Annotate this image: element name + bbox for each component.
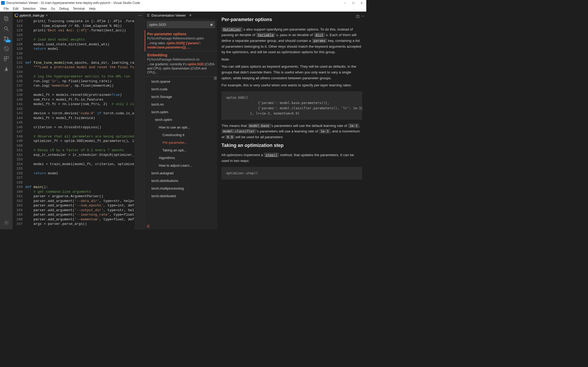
toc-item[interactable]: How to adjust Learn... xyxy=(145,162,217,169)
svg-rect-0 xyxy=(4,17,7,20)
code-09: 0.9 xyxy=(225,135,235,139)
menu-edit[interactable]: Edit xyxy=(11,6,21,11)
close-icon[interactable]: ✕ xyxy=(46,14,48,17)
svg-line-3 xyxy=(7,29,9,31)
source-control-icon[interactable]: 429 xyxy=(0,34,13,44)
toc-item[interactable]: torch.optim xyxy=(145,116,217,123)
menu-go[interactable]: Go xyxy=(49,6,57,11)
code-1e-3: 1e-3 xyxy=(319,129,330,133)
toc-item[interactable]: How to use an opti... xyxy=(145,123,217,131)
toc-item[interactable]: Algorithms xyxy=(145,154,217,162)
menu-bar: FileEditSelectionViewGoDebugTerminalHelp xyxy=(0,6,366,12)
minimap[interactable] xyxy=(134,19,144,229)
code-block: optim.SGD([ {'params': model.base.parame… xyxy=(221,91,362,120)
doc-heading: Per-parameter options xyxy=(221,16,362,23)
hamburger-icon[interactable]: ☰ xyxy=(147,13,150,17)
code-model-base: model.base xyxy=(248,123,271,128)
code-1e-2: 1e-2 xyxy=(348,123,359,128)
activity-bar: 429 xyxy=(0,12,13,229)
code-variable[interactable]: Variable xyxy=(256,33,275,37)
toc-item[interactable]: torch.multiprocessing xyxy=(145,185,217,192)
code-content: print( Training complete in {:.0f}m {:.0… xyxy=(25,19,134,229)
more-icon[interactable]: ⋯ xyxy=(361,13,365,19)
toc-item[interactable]: torch.autograd xyxy=(145,169,217,177)
close-icon[interactable]: ✕ xyxy=(189,13,192,17)
window-title: Documentation Viewer - 01.train-hyperpar… xyxy=(6,1,341,5)
menu-selection[interactable]: Selection xyxy=(21,6,38,11)
tab-label: pytorch_train.py xyxy=(20,13,44,17)
search-result[interactable]: Per-parameter optionsPyTorch/Package Ref… xyxy=(145,30,217,51)
svg-rect-1 xyxy=(5,17,8,21)
editor-tabs: pytorch_train.py ✕ ⋯ xyxy=(13,12,144,19)
search-icon[interactable] xyxy=(0,24,13,34)
scroll-indicator xyxy=(214,77,217,80)
svg-line-8 xyxy=(4,47,8,51)
explorer-icon[interactable] xyxy=(0,14,13,24)
code-params: params xyxy=(312,38,327,43)
toc-item[interactable]: torch.sparse xyxy=(145,78,217,85)
minimize-button[interactable]: ─ xyxy=(341,0,348,6)
svg-rect-11 xyxy=(4,59,6,61)
toc-item[interactable]: torch.Storage xyxy=(145,93,217,101)
toc-item[interactable]: Taking an opti... xyxy=(145,146,217,154)
toc-item[interactable]: torch.cuda xyxy=(145,85,217,93)
line-numbers: 1231241251261271281291301311321331341351… xyxy=(13,19,25,229)
search-value: optim.SGD xyxy=(149,23,166,27)
extensions-icon[interactable] xyxy=(0,54,13,64)
toc-item[interactable]: torch.distributed xyxy=(145,192,217,200)
code-editor[interactable]: 1231241251261271281291301311321331341351… xyxy=(13,19,144,229)
svg-rect-9 xyxy=(4,57,6,58)
title-bar: Documentation Viewer - 01.train-hyperpar… xyxy=(0,0,366,6)
svg-rect-10 xyxy=(7,57,8,58)
doc-search-input[interactable]: optim.SGD xyxy=(147,21,215,28)
toc-item[interactable]: torch.distributions xyxy=(145,177,217,185)
svg-point-12 xyxy=(6,222,7,224)
settings-icon[interactable] xyxy=(0,218,13,228)
doc-panel-title: Documentation Viewer xyxy=(151,13,186,17)
hamburger-icon[interactable]: ☰ xyxy=(145,223,217,229)
menu-terminal[interactable]: Terminal xyxy=(71,6,87,11)
menu-help[interactable]: Help xyxy=(87,6,98,11)
python-file-icon xyxy=(15,13,18,17)
vscode-icon xyxy=(1,1,5,5)
dirty-indicator-icon xyxy=(210,24,213,26)
svg-point-6 xyxy=(7,38,8,39)
azure-icon[interactable] xyxy=(0,64,13,74)
split-editor-icon[interactable]: ◫ xyxy=(356,13,359,19)
code-dict[interactable]: dict xyxy=(314,33,325,37)
search-result[interactable]: EmbeddingPyTorch/Package Reference/torch… xyxy=(145,51,217,77)
toc-item[interactable]: torch.optim xyxy=(145,108,217,116)
code-optimizer[interactable]: Optimizer xyxy=(221,27,243,32)
doc-content[interactable]: ◫ ⋯ Per-parameter options Optimizer s al… xyxy=(217,12,366,229)
toc-item[interactable]: Constructing it xyxy=(145,131,217,139)
svg-point-2 xyxy=(4,27,7,30)
note-label: Note xyxy=(221,57,362,62)
doc-sidebar: ☰ Documentation Viewer ✕ optim.SGD Per-p… xyxy=(145,12,217,229)
toc-item[interactable]: Per-parameter... xyxy=(145,139,217,146)
source-control-badge: 429 xyxy=(5,39,11,43)
doc-toc[interactable]: torch.sparsetorch.cudatorch.Storagetorch… xyxy=(145,77,217,223)
svg-point-4 xyxy=(4,37,6,38)
menu-file[interactable]: File xyxy=(2,6,11,11)
code-step[interactable]: step() xyxy=(264,153,279,157)
doc-paragraph: You can still pass options as keyword ar… xyxy=(221,64,362,81)
tab-pytorch-train[interactable]: pytorch_train.py ✕ xyxy=(13,12,50,19)
doc-paragraph: Optimizer s also support specifying per-… xyxy=(221,27,362,55)
menu-view[interactable]: View xyxy=(38,6,49,11)
doc-paragraph: This means that model.base's parameters … xyxy=(221,123,362,140)
doc-heading: Taking an optimization step xyxy=(221,142,362,149)
doc-paragraph: For example, this is very useful when on… xyxy=(221,82,362,88)
code-block: optimizer.step() xyxy=(221,167,362,180)
doc-titlebar: ☰ Documentation Viewer ✕ xyxy=(145,12,217,19)
editor-more-icon[interactable]: ⋯ xyxy=(136,13,144,18)
toc-item[interactable]: torch.nn xyxy=(145,101,217,108)
code-model-classifier: model.classifier xyxy=(221,129,256,133)
debug-icon[interactable] xyxy=(0,44,13,54)
close-button[interactable]: ✕ xyxy=(358,0,365,6)
menu-debug[interactable]: Debug xyxy=(57,6,71,11)
window-controls: ─ ☐ ✕ xyxy=(341,0,365,6)
doc-paragraph: All optimizers implement a step() method… xyxy=(221,152,362,163)
maximize-button[interactable]: ☐ xyxy=(349,0,357,6)
